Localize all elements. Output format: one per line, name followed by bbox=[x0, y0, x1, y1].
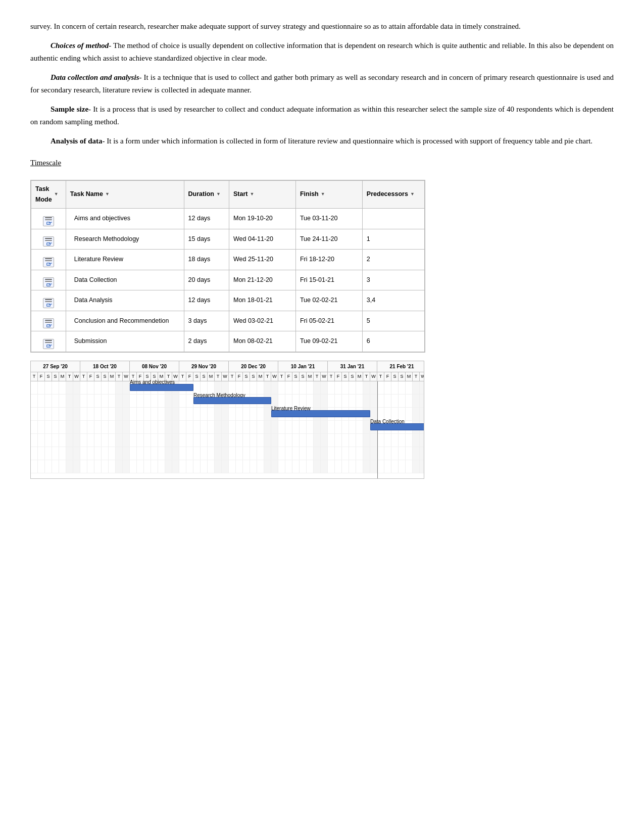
gantt-grid-cell bbox=[109, 434, 116, 447]
gantt-grid-cell bbox=[193, 447, 201, 460]
gantt-day-cell: S bbox=[102, 372, 109, 381]
gantt-grid-cell bbox=[172, 447, 179, 460]
col-start[interactable]: Start ▼ bbox=[229, 180, 295, 209]
gantt-header-cell: 27 Sep '20 bbox=[31, 361, 80, 372]
gantt-grid-cell bbox=[130, 460, 137, 473]
gantt-grid-cell bbox=[59, 381, 66, 394]
gantt-day-cell: T bbox=[116, 372, 123, 381]
gantt-grid-cell bbox=[335, 381, 342, 394]
gantt-grid-cell bbox=[59, 460, 66, 473]
start-cell: Mon 21-12-20 bbox=[229, 270, 295, 290]
gantt-grid-cell bbox=[384, 447, 391, 460]
start-sort-icon: ▼ bbox=[250, 190, 254, 198]
gantt-grid-cell bbox=[165, 434, 172, 447]
finish-cell: Tue 02-02-21 bbox=[295, 290, 362, 311]
gantt-grid-cell bbox=[73, 447, 80, 460]
gantt-grid-cell bbox=[87, 381, 94, 394]
col-predecessors[interactable]: Predecessors ▼ bbox=[362, 180, 424, 209]
gantt-grid-cell bbox=[271, 460, 278, 473]
task-name-cell: Research Methodology bbox=[66, 229, 184, 250]
gantt-grid-cell bbox=[250, 408, 257, 420]
gantt-day-cell: F bbox=[38, 372, 45, 381]
gantt-grid-cell bbox=[144, 395, 151, 407]
gantt-subheader-row: TFSSMTWTFSSMTWTFSSMTWTFSSMTWTFSSMTWTFSSM… bbox=[31, 372, 424, 381]
gantt-grid-cell bbox=[137, 395, 144, 407]
gantt-grid-cell bbox=[73, 408, 80, 420]
gantt-grid-cell bbox=[229, 460, 236, 473]
gantt-grid-cell bbox=[208, 408, 215, 420]
gantt-grid-cell bbox=[363, 395, 370, 407]
gantt-grid-cell bbox=[278, 381, 285, 394]
gantt-grid-cell bbox=[137, 460, 144, 473]
gantt-day-cell: T bbox=[328, 372, 335, 381]
gantt-grid-cell bbox=[384, 460, 391, 473]
start-cell: Wed 03-02-21 bbox=[229, 311, 295, 331]
gantt-day-cell: T bbox=[413, 372, 420, 381]
gantt-grid-cell bbox=[377, 460, 384, 473]
gantt-grid-cell bbox=[179, 447, 186, 460]
gantt-grid-cell bbox=[137, 434, 144, 447]
gantt-grid-row bbox=[31, 421, 424, 434]
table-row: ↩Aims and objectives12 daysMon 19-10-20T… bbox=[31, 209, 425, 229]
gantt-grid-cell bbox=[59, 447, 66, 460]
gantt-grid-cell bbox=[59, 395, 66, 407]
gantt-day-cell: T bbox=[179, 372, 186, 381]
gantt-grid-cell bbox=[300, 447, 307, 460]
gantt-grid-cell bbox=[59, 421, 66, 433]
gantt-grid-cell bbox=[31, 460, 38, 473]
gantt-grid-cell bbox=[208, 421, 215, 433]
gantt-grid-cell bbox=[257, 447, 264, 460]
duration-cell: 12 days bbox=[184, 209, 229, 229]
gantt-grid-cell bbox=[406, 447, 413, 460]
gantt-grid-cell bbox=[208, 460, 215, 473]
gantt-grid-cell bbox=[335, 395, 342, 407]
term-choices-of-method: Choices of method bbox=[51, 41, 109, 50]
gantt-grid-cell bbox=[172, 460, 179, 473]
paragraph-2: Choices of method- The method of choice … bbox=[30, 39, 614, 65]
gantt-day-cell: M bbox=[109, 372, 116, 381]
gantt-grid-cell bbox=[52, 381, 59, 394]
gantt-grid-cell bbox=[172, 395, 179, 407]
gantt-grid-cell bbox=[285, 447, 292, 460]
gantt-grid-cell bbox=[186, 395, 193, 407]
gantt-grid-cell bbox=[413, 460, 420, 473]
gantt-grid-cell bbox=[399, 381, 406, 394]
gantt-grid-cell bbox=[349, 460, 356, 473]
finish-cell: Tue 03-11-20 bbox=[295, 209, 362, 229]
gantt-grid-cell bbox=[215, 434, 222, 447]
gantt-grid-cell bbox=[38, 447, 45, 460]
col-finish[interactable]: Finish ▼ bbox=[295, 180, 362, 209]
gantt-grid-cell bbox=[172, 421, 179, 433]
gantt-grid-cell bbox=[123, 395, 130, 407]
gantt-grid-cell bbox=[201, 447, 208, 460]
gantt-day-cell: W bbox=[73, 372, 80, 381]
gantt-grid-cell bbox=[102, 434, 109, 447]
gantt-grid-cell bbox=[215, 447, 222, 460]
gantt-grid-cell bbox=[328, 447, 335, 460]
gantt-grid-cell bbox=[328, 434, 335, 447]
gantt-day-cell: F bbox=[285, 372, 292, 381]
start-cell: Mon 08-02-21 bbox=[229, 331, 295, 352]
col-task-mode[interactable]: TaskMode ▼ bbox=[31, 180, 66, 209]
gantt-day-cell: M bbox=[208, 372, 215, 381]
gantt-grid-cell bbox=[201, 408, 208, 420]
gantt-grid-cell bbox=[377, 381, 384, 394]
gantt-grid-cell bbox=[243, 408, 250, 420]
gantt-grid-cell bbox=[215, 460, 222, 473]
gantt-grid-cell bbox=[328, 395, 335, 407]
gantt-grid-cell bbox=[158, 460, 165, 473]
col-duration[interactable]: Duration ▼ bbox=[184, 180, 229, 209]
gantt-grid-cell bbox=[229, 408, 236, 420]
gantt-grid-cell bbox=[165, 395, 172, 407]
gantt-header-cell: 21 Feb '21 bbox=[377, 361, 424, 372]
duration-sort-icon: ▼ bbox=[216, 190, 221, 198]
gantt-grid-cell bbox=[363, 447, 370, 460]
gantt-grid-cell bbox=[201, 421, 208, 433]
col-task-name[interactable]: Task Name ▼ bbox=[66, 180, 184, 209]
gantt-day-cell: S bbox=[300, 372, 307, 381]
gantt-grid-cell bbox=[349, 381, 356, 394]
finish-cell: Fri 15-01-21 bbox=[295, 270, 362, 290]
gantt-grid-cell bbox=[193, 460, 201, 473]
start-cell: Wed 25-11-20 bbox=[229, 250, 295, 270]
table-row: ↩Data Analysis12 daysMon 18-01-21Tue 02-… bbox=[31, 290, 425, 311]
